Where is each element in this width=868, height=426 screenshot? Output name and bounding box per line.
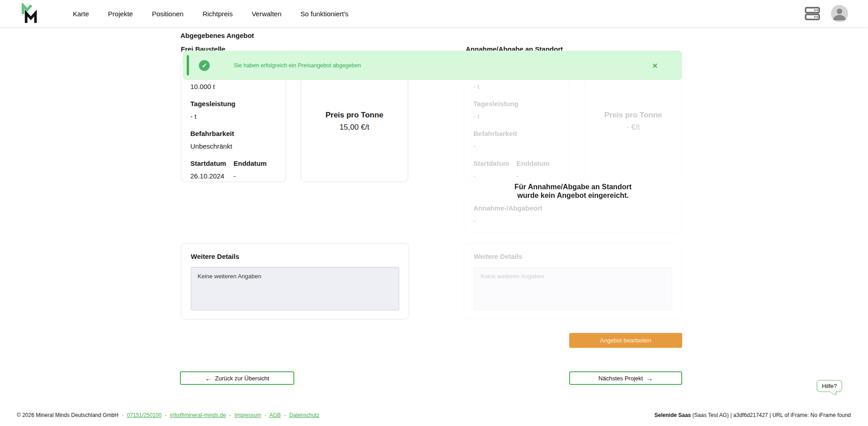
footer-right: Selenide Saas (Saas Test AG) | a3df6d217…: [655, 412, 851, 418]
success-toast: ✓ Sie haben erfolgreich ein Preisangebot…: [183, 51, 682, 80]
price-label: Preis pro Tonne: [326, 110, 383, 121]
footer-phone-link[interactable]: 07151/250100: [127, 412, 162, 418]
footer-env-info: (Saas Test AG) | a3df6d217427 | URL of i…: [691, 412, 851, 418]
right-startdatum-label: Startdatum: [473, 159, 517, 169]
right-enddatum-value: -: [517, 171, 560, 181]
tagesleistung-field: Tagesleistung - t: [190, 99, 277, 122]
no-offer-message-line2: wurde kein Angebot eingereicht.: [464, 191, 682, 200]
right-befahrbarkeit-value: -: [473, 141, 560, 151]
footer: © 2026 Mineral Minds Deutschland GmbH · …: [0, 412, 868, 421]
page-title: Abgegebenes Angebot: [180, 32, 254, 39]
footer-left: © 2026 Mineral Minds Deutschland GmbH · …: [17, 412, 319, 418]
right-menge-value: - t: [473, 82, 560, 92]
right-startdatum-value: -: [473, 171, 517, 181]
more-details-textarea[interactable]: Keine weiteren Angaben: [191, 267, 399, 310]
next-arrow-icon: →: [646, 375, 653, 382]
footer-agb-link[interactable]: AGB: [269, 412, 281, 418]
nav-item-verwalten[interactable]: Verwalten: [242, 10, 291, 18]
footer-datenschutz-link[interactable]: Datenschutz: [289, 412, 320, 418]
copyright-text: © 2026 Mineral Minds Deutschland GmbH: [17, 412, 118, 418]
edit-offer-button-label: Angebot bearbeiten: [600, 337, 651, 344]
right-tagesleistung-label: Tagesleistung: [473, 99, 560, 109]
mineral-minds-logo-icon[interactable]: [20, 3, 41, 24]
next-project-button[interactable]: Nächstes Projekt →: [569, 371, 682, 385]
menge-value: 10.000 t: [190, 82, 277, 92]
next-project-label: Nächstes Projekt: [599, 375, 643, 382]
enddatum-value: -: [234, 171, 277, 181]
befahrbarkeit-label: Befahrbarkeit: [190, 129, 277, 139]
startdatum-value: 26.10.2024: [190, 171, 234, 181]
footer-impressum-link[interactable]: Impressum: [234, 412, 261, 418]
help-bubble[interactable]: Hilfe?: [816, 380, 842, 392]
toast-close-icon[interactable]: ✕: [652, 62, 658, 69]
right-more-details-card: Weitere Details Keine weiteren Angaben: [464, 243, 682, 319]
toast-message: Sie haben erfolgreich ein Preisangebot a…: [234, 62, 361, 69]
tagesleistung-value: - t: [190, 112, 277, 122]
dates-field: Startdatum 26.10.2024 Enddatum -: [190, 159, 277, 181]
back-to-overview-button[interactable]: ← Zurück zur Übersicht: [180, 371, 294, 385]
help-label: Hilfe?: [822, 383, 837, 389]
enddatum-label: Enddatum: [234, 159, 277, 169]
back-arrow-icon: ←: [205, 375, 212, 382]
more-details-card: Weitere Details Keine weiteren Angaben: [181, 243, 409, 319]
startdatum-label: Startdatum: [190, 159, 234, 169]
nav-item-karte[interactable]: Karte: [63, 10, 99, 18]
footer-email-link[interactable]: info@mineral-minds.de: [170, 412, 226, 418]
nav-item-richtpreis[interactable]: Richtpreis: [193, 10, 242, 18]
footer-app-name: Selenide Saas: [655, 412, 691, 418]
server-stack-icon[interactable]: [805, 7, 821, 20]
tagesleistung-label: Tagesleistung: [190, 99, 277, 109]
success-check-icon: ✓: [199, 60, 210, 71]
no-offer-message: Für Annahme/Abgabe an Standort wurde kei…: [464, 183, 682, 200]
main-nav: Karte Projekte Positionen Richtpreis Ver…: [63, 10, 358, 18]
location-card: Annahme-/Abgabeort -: [464, 196, 682, 233]
location-label: Annahme-/Abgabeort: [473, 203, 673, 213]
right-enddatum-label: Enddatum: [517, 159, 560, 169]
right-more-details-textarea: Keine weiteren Angaben: [474, 267, 672, 310]
edit-offer-button[interactable]: Angebot bearbeiten: [569, 333, 682, 348]
toast-accent-bar: [187, 55, 189, 75]
right-befahrbarkeit-label: Befahrbarkeit: [473, 129, 560, 139]
back-to-overview-label: Zurück zur Übersicht: [215, 375, 269, 382]
app-header: Karte Projekte Positionen Richtpreis Ver…: [0, 0, 868, 27]
price-value: 15,00 €/t: [340, 122, 369, 133]
right-tagesleistung-value: - t: [473, 112, 560, 122]
nav-item-projekte[interactable]: Projekte: [99, 10, 142, 18]
right-more-details-heading: Weitere Details: [474, 252, 672, 262]
nav-item-so-funktionierts[interactable]: So funktioniert's: [291, 10, 358, 18]
location-value: -: [473, 216, 673, 226]
nav-item-positionen[interactable]: Positionen: [142, 10, 193, 18]
befahrbarkeit-value: Unbeschränkt: [190, 141, 277, 151]
header-right-icons: [805, 0, 848, 27]
user-avatar-icon[interactable]: [831, 5, 848, 22]
more-details-heading: Weitere Details: [191, 252, 399, 262]
befahrbarkeit-field: Befahrbarkeit Unbeschränkt: [190, 129, 277, 151]
no-offer-message-line1: Für Annahme/Abgabe an Standort: [464, 183, 682, 191]
right-price-label: Preis pro Tonne: [604, 110, 662, 121]
right-price-value: - €/t: [627, 122, 640, 133]
